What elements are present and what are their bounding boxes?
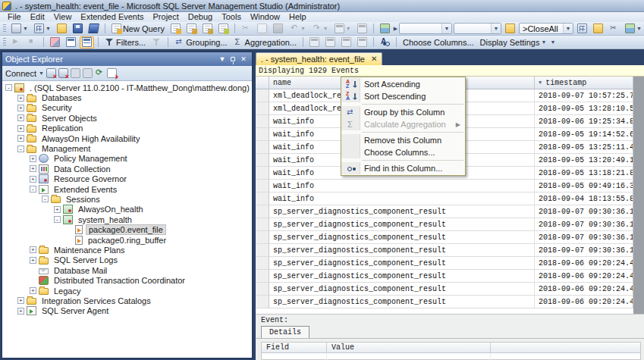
- connect-button[interactable]: Connect: [5, 69, 36, 78]
- expand-icon[interactable]: +: [17, 125, 24, 132]
- window-layout-2-button[interactable]: [323, 36, 338, 49]
- new-mdx-query-button[interactable]: [200, 23, 215, 35]
- name-cell[interactable]: sp_server_diagnostics_component_result: [269, 296, 535, 308]
- window-position-icon[interactable]: ▼: [217, 55, 228, 64]
- collapse-icon[interactable]: -: [54, 216, 61, 223]
- tree-item-maintenance-plans[interactable]: +Maintenance Plans: [2, 245, 252, 255]
- row-selector-cell[interactable]: [256, 115, 269, 128]
- table-row[interactable]: sp_server_diagnostics_component_result20…: [256, 270, 633, 283]
- execute-1-button[interactable]: [575, 23, 589, 35]
- row-selector-cell[interactable]: [256, 193, 269, 205]
- disconnect-all-icon[interactable]: [58, 68, 68, 78]
- table-row[interactable]: sp_server_diagnostics_component_result20…: [256, 257, 633, 270]
- aggregation-button[interactable]: Aggregation...: [231, 36, 300, 49]
- template-explorer-button[interactable]: [503, 23, 517, 35]
- expand-icon[interactable]: +: [17, 114, 24, 121]
- timestamp-cell[interactable]: 2018-09-06 09:20:24.43...: [535, 270, 633, 283]
- name-cell[interactable]: sp_server_diagnostics_component_result: [269, 205, 535, 218]
- timestamp-cell[interactable]: 2018-09-07 09:30:36.12...: [535, 244, 633, 257]
- tree-item-sql-server-11-0-2100-it-matthew-dong-matthew-dong[interactable]: -. (SQL Server 11.0.2100 - IT-Matthew_Do…: [2, 83, 252, 92]
- tree-item-policy-management[interactable]: +Policy Management: [2, 154, 252, 164]
- menu-file[interactable]: File: [3, 12, 26, 22]
- close-icon[interactable]: ✕: [238, 55, 249, 64]
- display-settings-button[interactable]: Display Settings▼: [478, 36, 549, 49]
- pin-icon[interactable]: [228, 55, 238, 64]
- table-row[interactable]: wait_info2018-09-04 18:13:55.87...: [256, 193, 633, 205]
- menu-item-remove-this-column[interactable]: Remove this Column: [341, 134, 465, 146]
- tree-item-data-collection[interactable]: +Data Collection: [2, 164, 252, 174]
- execute-2-button[interactable]: [591, 23, 605, 35]
- close-tab-icon[interactable]: ✕: [371, 55, 377, 63]
- table-row[interactable]: sp_server_diagnostics_component_result20…: [256, 205, 633, 218]
- collapse-icon[interactable]: -: [5, 84, 12, 91]
- tree-item-package0-event-file[interactable]: package0.event_file: [2, 224, 252, 234]
- filter-icon[interactable]: [83, 68, 93, 78]
- cut-button[interactable]: [239, 23, 253, 35]
- save-all-button[interactable]: [86, 23, 101, 35]
- table-row[interactable]: sp_server_diagnostics_component_result20…: [256, 231, 633, 244]
- row-selector-cell[interactable]: [256, 283, 269, 296]
- value-column-header[interactable]: Value: [327, 343, 491, 352]
- menu-item-choose-columns[interactable]: Choose Columns...: [341, 146, 465, 158]
- expand-icon[interactable]: +: [17, 297, 24, 304]
- redo-button[interactable]: ▼: [309, 23, 331, 35]
- row-selector-cell[interactable]: [256, 141, 269, 154]
- timestamp-cell[interactable]: 2018-09-06 09:20:24.43...: [535, 296, 633, 308]
- help-button[interactable]: ▼: [623, 23, 644, 35]
- menu-project[interactable]: Project: [149, 12, 184, 22]
- row-selector-cell[interactable]: [256, 218, 269, 231]
- table-row[interactable]: sp_server_diagnostics_component_result20…: [256, 218, 633, 231]
- timestamp-cell[interactable]: 2018-09-05 13:28:10.57...: [535, 102, 633, 115]
- tree-item-sql-server-logs[interactable]: +SQL Server Logs: [2, 255, 252, 265]
- tab-system-health-event-file[interactable]: . - system_health: event_file ✕: [256, 52, 382, 65]
- close-all-combo[interactable]: >CloseAll▼: [519, 23, 573, 34]
- filters-button[interactable]: Filters...: [102, 36, 148, 49]
- timestamp-cell[interactable]: 2018-09-06 09:20:24.43...: [535, 257, 633, 270]
- expand-icon[interactable]: +: [17, 105, 24, 111]
- tree-item-distributed-transaction-coordinator[interactable]: Distributed Transaction Coordinator: [2, 275, 252, 285]
- expand-icon[interactable]: +: [30, 155, 36, 162]
- tree-item-integration-services-catalogs[interactable]: +Integration Services Catalogs: [2, 296, 252, 305]
- table-row[interactable]: wait_info2018-09-05 09:49:16.34...: [256, 180, 633, 193]
- timestamp-cell[interactable]: 2018-09-07 09:30:36.12...: [535, 231, 633, 244]
- window-layout-4-button[interactable]: [355, 36, 369, 49]
- tree-item-security[interactable]: +Security: [2, 103, 252, 113]
- timestamp-cell[interactable]: 2018-09-05 19:14:52.67...: [535, 128, 633, 141]
- menu-tools[interactable]: Tools: [217, 12, 246, 22]
- timestamp-cell[interactable]: 2018-09-05 09:49:16.34...: [535, 180, 633, 193]
- collapse-icon[interactable]: -: [30, 186, 36, 193]
- expand-icon[interactable]: +: [30, 287, 36, 294]
- tree-item-databases[interactable]: +Databases: [2, 92, 252, 102]
- connect-object-explorer-button[interactable]: ▼: [9, 23, 30, 35]
- toolbar-grip[interactable]: [3, 24, 6, 33]
- view-events-button[interactable]: [64, 36, 78, 49]
- tree-item-sessions[interactable]: -Sessions: [2, 194, 252, 204]
- row-selector-cell[interactable]: [256, 167, 269, 180]
- sort-arrow-icon[interactable]: ▼: [539, 80, 542, 86]
- copy-button[interactable]: [255, 23, 269, 35]
- save-button[interactable]: [71, 23, 85, 35]
- row-selector-cell[interactable]: [256, 102, 269, 115]
- title-bar[interactable]: . - system_health: event_file - Microsof…: [0, 0, 644, 12]
- expand-icon[interactable]: +: [30, 165, 36, 172]
- stop-icon[interactable]: [71, 68, 80, 78]
- menu-item-find-in-this-column[interactable]: Find in this Column...: [341, 162, 465, 174]
- choose-columns-button[interactable]: Choose Columns...: [401, 36, 476, 49]
- timestamp-cell[interactable]: 2018-09-06 09:20:24.43...: [535, 283, 633, 296]
- start-session-button[interactable]: [9, 36, 24, 49]
- expand-icon[interactable]: +: [17, 308, 24, 315]
- field-column-header[interactable]: Field: [262, 343, 327, 352]
- activity-monitor-button[interactable]: ▼: [32, 23, 53, 35]
- tree-item-management[interactable]: -Management: [2, 143, 252, 153]
- row-selector-header[interactable]: [256, 77, 269, 89]
- new-database-query-button[interactable]: [168, 23, 183, 35]
- toolbar-grip[interactable]: [3, 38, 6, 47]
- menu-item-sort-ascending[interactable]: AZSort Ascending: [341, 78, 465, 90]
- clear-filters-button[interactable]: [149, 36, 164, 49]
- menu-item-calculate-aggregation[interactable]: Calculate Aggregation▶: [341, 118, 465, 130]
- row-selector-cell[interactable]: [256, 231, 269, 244]
- window-layout-1-button[interactable]: [307, 36, 322, 49]
- row-selector-cell[interactable]: [256, 128, 269, 141]
- expand-icon[interactable]: +: [54, 206, 61, 213]
- tree-item-database-mail[interactable]: Database Mail: [2, 265, 252, 275]
